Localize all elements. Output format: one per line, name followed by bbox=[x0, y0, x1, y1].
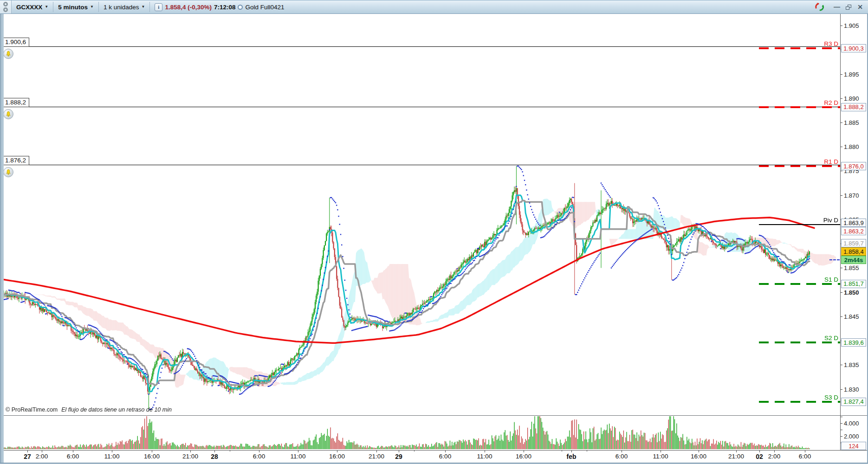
alert-price-label[interactable]: 1.900,6 bbox=[2, 38, 29, 47]
time-axis-label: feb bbox=[567, 453, 577, 460]
time-axis-label: 11:00 bbox=[477, 453, 492, 460]
pivot-label: S2 D bbox=[759, 335, 838, 342]
pivot-line-s1d bbox=[759, 283, 840, 285]
window-frame-left bbox=[0, 14, 4, 464]
timeframe-label: 5 minutos bbox=[58, 4, 88, 11]
pivot-label: R2 D bbox=[759, 99, 838, 106]
axis-price-box: 1.859,7 bbox=[841, 239, 866, 247]
axis-price-box: 1.863,2 bbox=[841, 227, 866, 235]
axis-price-box: 1.900,3 bbox=[841, 44, 866, 52]
time-axis-label: 29 bbox=[395, 453, 402, 460]
last-price-change: 1.858,4 (-0,30%) bbox=[165, 4, 212, 11]
copyright-notice: © ProRealTime.comEl flujo de datos tiene… bbox=[6, 406, 172, 413]
alert-line bbox=[4, 165, 840, 165]
time-axis-label: 11:00 bbox=[104, 453, 120, 460]
price-axis-tick: 1.835 bbox=[844, 361, 867, 368]
time-axis-label: 16:00 bbox=[516, 453, 531, 460]
units-dropdown[interactable]: 1 k unidades ▼ bbox=[99, 0, 149, 13]
instrument-label: Gold Full0421 bbox=[245, 4, 284, 11]
volume-last-box: 124 bbox=[841, 442, 866, 450]
axis-price-box: 1.827,4 bbox=[841, 398, 866, 406]
timeframe-dropdown[interactable]: 5 minutos ▼ bbox=[53, 0, 98, 13]
axis-price-box: 1.888,2 bbox=[841, 103, 866, 111]
units-label: 1 k unidades bbox=[104, 4, 139, 11]
time-axis-label: 16:00 bbox=[144, 453, 160, 460]
alert-price-label[interactable]: 1.888,2 bbox=[2, 98, 29, 107]
axis-price-box: 1.876,0 bbox=[841, 162, 866, 170]
pivot-line-s3d bbox=[759, 401, 840, 403]
panel-separator bbox=[4, 415, 867, 416]
volume-chart-canvas[interactable] bbox=[4, 415, 840, 450]
alert-price-label[interactable]: 1.876,2 bbox=[2, 156, 29, 165]
restore-button[interactable] bbox=[846, 5, 851, 10]
time-axis-label: 6:00 bbox=[615, 453, 628, 460]
pivot-label: R1 D bbox=[759, 158, 838, 165]
chevron-down-icon: ▼ bbox=[90, 5, 94, 9]
axis-price-box: 2m44s bbox=[841, 256, 866, 264]
info-icon[interactable]: i bbox=[155, 3, 162, 11]
price-axis-tick: 1.870 bbox=[844, 192, 867, 199]
status-radio-icon bbox=[238, 5, 243, 10]
alert-line bbox=[4, 46, 840, 47]
alert-line bbox=[4, 107, 840, 107]
pivot-line-r2d bbox=[759, 106, 840, 108]
time-axis-label: 16:00 bbox=[691, 453, 706, 460]
volume-axis-tick: 2.000 bbox=[844, 432, 867, 439]
window-controls: — ✕ bbox=[814, 2, 868, 12]
chevron-down-icon: ▼ bbox=[141, 5, 145, 9]
time-axis-label: 27 bbox=[24, 453, 31, 460]
time-axis-label: 2:00 bbox=[36, 453, 48, 460]
time-axis-label: 21:00 bbox=[369, 453, 384, 460]
time-axis-label: 11:00 bbox=[291, 453, 306, 460]
alarm-bell-icon[interactable] bbox=[3, 109, 13, 119]
pivot-label: R3 D bbox=[759, 40, 838, 47]
price-axis-tick: 1.850 bbox=[844, 289, 867, 296]
axis-price-box: 1.863,9 bbox=[841, 219, 866, 227]
link-icon bbox=[3, 7, 8, 12]
quote-clock: 7:12:08 bbox=[214, 4, 236, 11]
time-axis-label: 16:00 bbox=[329, 453, 345, 460]
countdown-pointer bbox=[829, 259, 840, 260]
pivot-line-r3d bbox=[759, 47, 840, 49]
title-bar: GCXXXX ▼ 5 minutos ▼ 1 k unidades ▼ i 1.… bbox=[0, 0, 868, 14]
pivot-line-s2d bbox=[759, 342, 840, 343]
close-button[interactable]: ✕ bbox=[856, 3, 864, 11]
price-axis-tick: 1.845 bbox=[844, 313, 867, 320]
pivot-line-pivd bbox=[759, 224, 840, 225]
alarm-bell-icon[interactable] bbox=[3, 49, 13, 59]
pivot-label: Piv D bbox=[759, 217, 838, 224]
price-axis-line bbox=[840, 14, 841, 450]
prorealtime-window: GCXXXX ▼ 5 minutos ▼ 1 k unidades ▼ i 1.… bbox=[0, 0, 868, 464]
time-axis-label: 21:00 bbox=[728, 453, 744, 460]
quote-info: i 1.858,4 (-0,30%) 7:12:08 Gold Full0421 bbox=[150, 0, 289, 13]
time-axis-label: 28 bbox=[211, 453, 218, 460]
price-chart-canvas[interactable] bbox=[4, 14, 840, 415]
time-axis-label: 6:00 bbox=[253, 453, 265, 460]
time-axis-label: 21:00 bbox=[182, 453, 198, 460]
price-axis-tick: 1.905 bbox=[844, 22, 867, 29]
price-axis-tick: 1.885 bbox=[844, 119, 867, 126]
time-axis-label: 6:00 bbox=[439, 453, 451, 460]
link-icon bbox=[3, 2, 8, 6]
time-axis-label: 6:00 bbox=[67, 453, 79, 460]
pivot-line-r1d bbox=[759, 165, 840, 167]
axis-price-box: 1.851,7 bbox=[841, 280, 866, 288]
symbol-dropdown[interactable]: GCXXXX ▼ bbox=[12, 0, 53, 13]
axis-price-box: 1.858,4 bbox=[841, 247, 866, 256]
refresh-icon[interactable] bbox=[814, 2, 828, 12]
pivot-label: S3 D bbox=[759, 394, 838, 401]
price-axis-tick: 1.895 bbox=[844, 71, 867, 77]
time-axis-label: 02 bbox=[756, 453, 763, 460]
time-axis-line bbox=[0, 450, 867, 451]
alarm-bell-icon[interactable] bbox=[3, 167, 13, 177]
pivot-label: S1 D bbox=[759, 276, 838, 283]
minimize-button[interactable]: — bbox=[833, 3, 841, 11]
window-link-icons[interactable] bbox=[0, 0, 12, 13]
axis-price-box: 1.839,6 bbox=[841, 338, 866, 347]
price-axis-tick: 1.830 bbox=[844, 386, 867, 393]
price-axis-tick: 1.880 bbox=[844, 143, 867, 150]
price-axis-tick: 1.890 bbox=[844, 95, 867, 102]
time-axis-label: 2:00 bbox=[768, 453, 780, 460]
time-axis-label: 11:00 bbox=[653, 453, 668, 460]
time-axis-label: 6:00 bbox=[799, 453, 811, 460]
